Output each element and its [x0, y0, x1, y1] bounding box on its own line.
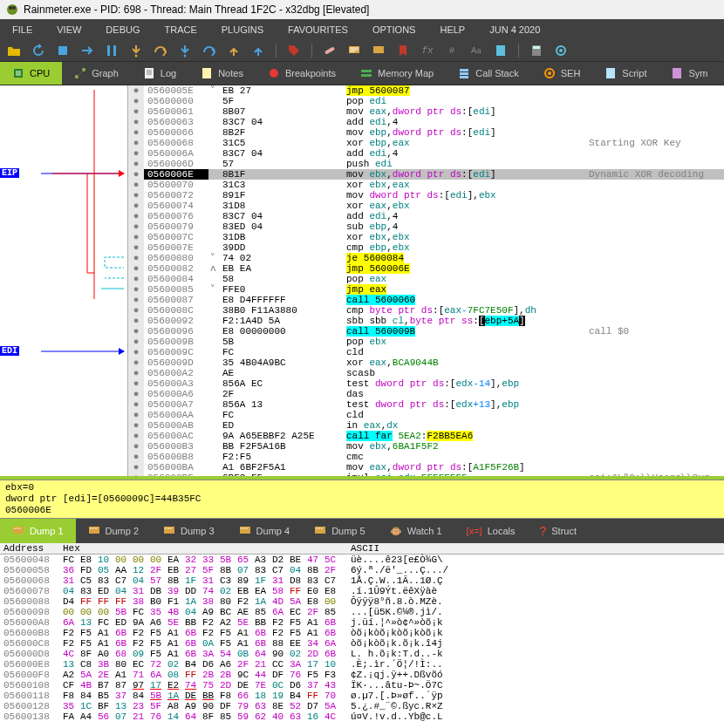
dump-row[interactable]: 056000F8A25A2EA1716A08FF2B2B9C44DF76F5F3… — [0, 670, 724, 680]
disasm-row[interactable]: ●056000605Fpop edi — [128, 96, 724, 106]
breakpoint-dot[interactable]: ● — [128, 263, 144, 274]
breakpoint-dot[interactable]: ● — [128, 326, 144, 337]
breakpoint-dot[interactable]: ● — [128, 473, 144, 476]
breakpoint-dot[interactable]: ● — [128, 305, 144, 316]
disasm-row[interactable]: ●056000A7856A 13test dword ptr ds:[edx+1… — [128, 399, 724, 410]
disasm-row[interactable]: ●0560008C38B0 F11A3880cmp byte ptr ds:[e… — [128, 305, 724, 316]
module-icon[interactable] — [494, 44, 508, 58]
dump-row[interactable]: 05600128351CBF13235FA8A990DF79638E52D75A… — [0, 701, 724, 711]
breakpoint-dot[interactable]: ● — [128, 368, 144, 378]
dump-row[interactable]: 05600108CF4BB7879717E274752DDE7E0CD63743… — [0, 680, 724, 691]
disasm-row[interactable]: ●0560006E8B1Fmov ebx,dword ptr ds:[edi]D… — [128, 169, 724, 180]
dump-row[interactable]: 05600138FAA45607217614648F8559624063164C… — [0, 711, 724, 722]
disasm-row[interactable]: ●0560009D35 4B04A9BCxor eax,BCA9044B — [128, 357, 724, 368]
breakpoint-dot[interactable]: ● — [128, 159, 144, 169]
pause-icon[interactable] — [105, 44, 119, 58]
dump-tab-dump-4[interactable]: Dump 4 — [227, 519, 303, 543]
dump-row[interactable]: 056000C8F2F5A16BF2F5A16B0AF5A16B88EE346A… — [0, 638, 724, 649]
dump-row[interactable]: 05600118F884B537845B1ADEBBF8661819B4FF70… — [0, 691, 724, 701]
breakpoint-dot[interactable]: ● — [128, 337, 144, 347]
tab-script[interactable]: Script — [592, 62, 659, 85]
disasm-row[interactable]: ●0560007983ED 04sub ebp,4 — [128, 221, 724, 232]
fx-icon[interactable]: fx — [420, 44, 434, 58]
breakpoint-dot[interactable]: ● — [128, 169, 144, 180]
disasm-row[interactable]: ●0560007C31DBxor ebx,ebx — [128, 232, 724, 242]
breakpoint-dot[interactable]: ● — [128, 274, 144, 284]
disasm-row[interactable]: ●056000ABEDin eax,dx — [128, 420, 724, 431]
breakpoint-dot[interactable]: ● — [128, 211, 144, 221]
breakpoint-dot[interactable]: ● — [128, 221, 144, 232]
disasm-row[interactable]: ●05600080˅74 02je 5600084 — [128, 253, 724, 263]
tab-memory-map[interactable]: Memory Map — [348, 62, 446, 85]
disasm-row[interactable]: ●056000618B07mov eax,dword ptr ds:[edi] — [128, 106, 724, 117]
tab-cpu[interactable]: CPU — [0, 62, 62, 85]
breakpoint-dot[interactable]: ● — [128, 389, 144, 399]
disasm-row[interactable]: ●056000A2AEscasb — [128, 368, 724, 378]
disasm-view[interactable]: EIP EDI ●0560005E˅EB 27jmp 5600087●05600… — [0, 85, 724, 476]
dump-row[interactable]: 0560005836FD05AA122FEB275F8B0783C7048B2F… — [0, 565, 724, 575]
dump-tab-dump-5[interactable]: Dump 5 — [302, 519, 378, 543]
disasm-row[interactable]: ●0560006D57push edi — [128, 159, 724, 169]
dump-row[interactable]: 05600088D4FFFFFF38B0F11A3880F21A4D5AE800… — [0, 596, 724, 607]
font-icon[interactable]: Aa — [469, 44, 483, 58]
disasm-row[interactable]: ●056000A3856A ECtest dword ptr ds:[edx-1… — [128, 378, 724, 389]
label-icon[interactable] — [372, 44, 386, 58]
step-into-icon[interactable] — [129, 44, 143, 58]
disasm-row[interactable]: ●05600072891Fmov dword ptr ds:[edi],ebx — [128, 190, 724, 201]
dump-row[interactable]: 0560006831C583C704578B1F31C3891F31D883C7… — [0, 575, 724, 586]
comment-icon[interactable] — [347, 44, 361, 58]
breakpoint-dot[interactable]: ● — [128, 242, 144, 253]
disasm-row[interactable]: ●0560007E39DDcmp ebp,ebx — [128, 242, 724, 253]
disasm-row[interactable]: ●0560009CFCcld — [128, 347, 724, 357]
breakpoint-dot[interactable]: ● — [128, 357, 144, 368]
run-to-return-icon[interactable] — [227, 44, 241, 58]
disasm-row[interactable]: ●056000BAA1 6BF2F5A1mov eax,dword ptr ds… — [128, 462, 724, 473]
disasm-row[interactable]: ●0560005E˅EB 27jmp 5600087 — [128, 85, 724, 96]
disasm-row[interactable]: ●05600092F2:1A4D 5Asbb sbb cl,byte ptr s… — [128, 316, 724, 326]
disasm-row[interactable]: ●0560006831C5xor ebp,eaxStarting XOR Key — [128, 138, 724, 148]
disasm-row[interactable]: ●056000AC9A A65EBBF2 A25Ecall far 5EA2:F… — [128, 431, 724, 441]
bookmark-icon[interactable] — [396, 44, 410, 58]
menu-debug[interactable]: DEBUG — [93, 19, 152, 40]
tab-notes[interactable]: Notes — [188, 62, 256, 85]
dump-row[interactable]: 056000D84C8FA06809F5A16B3A540B6490022D6B… — [0, 649, 724, 659]
tab-graph[interactable]: Graph — [62, 62, 131, 85]
disasm-row[interactable]: ●0560007031C3xor ebx,eax — [128, 180, 724, 190]
disasm-row[interactable]: ●05600087E8 D4FFFFFFcall 5600060 — [128, 295, 724, 305]
breakpoint-dot[interactable]: ● — [128, 148, 144, 159]
menu-options[interactable]: OPTIONS — [360, 19, 428, 40]
dump-tab-locals[interactable]: [x=]Locals — [454, 520, 528, 541]
breakpoint-dot[interactable]: ● — [128, 117, 144, 127]
tab-breakpoints[interactable]: Breakpoints — [256, 62, 348, 85]
breakpoint-dot[interactable]: ● — [128, 420, 144, 431]
run-to-user-icon[interactable] — [251, 44, 265, 58]
dump-row[interactable]: 056000780483ED0431DB39DD7402EBEA58FFE0E8… — [0, 586, 724, 596]
dump-tab-watch-1[interactable]: 🐵Watch 1 — [378, 520, 454, 542]
disasm-row[interactable]: ●056000BF6BF2 F5imul esi,edx,FFFFFFF5esi… — [128, 473, 724, 476]
menu-view[interactable]: VIEW — [44, 19, 93, 40]
breakpoint-dot[interactable]: ● — [128, 180, 144, 190]
disasm-row[interactable]: ●056000B8F2:F5cmc — [128, 452, 724, 462]
run-icon[interactable] — [80, 44, 94, 58]
breakpoint-dot[interactable]: ● — [128, 316, 144, 326]
breakpoint-dot[interactable]: ● — [128, 96, 144, 106]
menu-trace[interactable]: TRACE — [152, 19, 208, 40]
breakpoint-dot[interactable]: ● — [128, 138, 144, 148]
disasm-row[interactable]: ●0560009B5Bpop ebx — [128, 337, 724, 347]
disasm-row[interactable]: ●05600096E8 00000000call 560009Bcall $0 — [128, 326, 724, 337]
tab-seh[interactable]: SEH — [531, 62, 593, 85]
dump-row[interactable]: 056000B8F2F5A16BF2F5A16BF2F5A16BF2F5A16B… — [0, 628, 724, 638]
menu-favourites[interactable]: FAVOURITES — [276, 19, 360, 40]
trace-over-icon[interactable] — [202, 44, 216, 58]
breakpoint-dot[interactable]: ● — [128, 85, 144, 96]
breakpoint-dot[interactable]: ● — [128, 127, 144, 138]
breakpoint-dot[interactable]: ● — [128, 295, 144, 305]
step-over-icon[interactable] — [154, 44, 167, 58]
disasm-row[interactable]: ●05600085˅FFE0jmp eax — [128, 284, 724, 295]
disasm-row[interactable]: ●0560006383C7 04add edi,4 — [128, 117, 724, 127]
disasm-row[interactable]: ●05600082ʌEB EAjmp 560006E — [128, 263, 724, 274]
breakpoint-dot[interactable]: ● — [128, 201, 144, 211]
tab-sym[interactable]: Sym — [659, 62, 720, 85]
restart-icon[interactable] — [31, 44, 45, 58]
menu-plugins[interactable]: PLUGINS — [209, 19, 276, 40]
